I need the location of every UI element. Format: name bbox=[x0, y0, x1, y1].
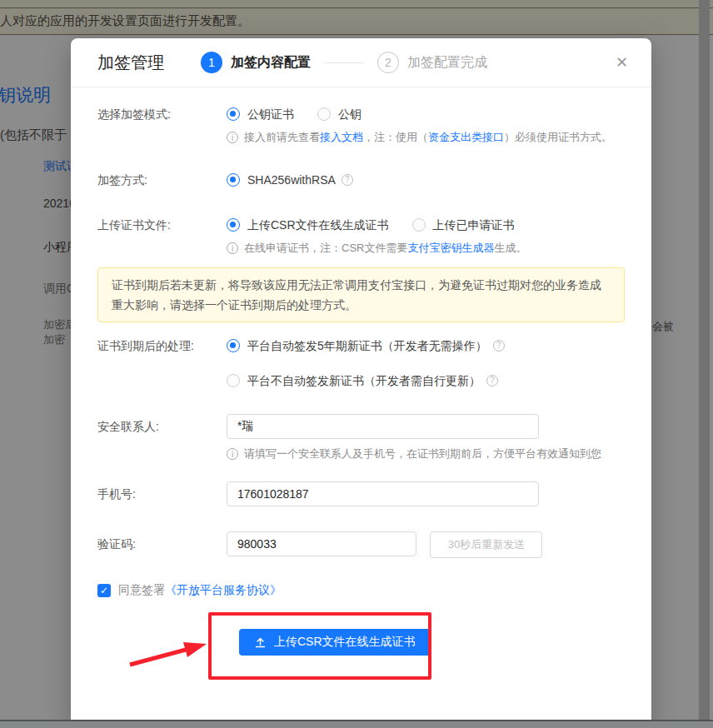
code-input[interactable] bbox=[227, 531, 416, 556]
row-sign-mode: 选择加签模式: 公钥证书 公钥 i 接入前请先查 bbox=[97, 106, 625, 145]
sign-mode-hint: i 接入前请先查看接入文档，注：使用（资金支出类接口）必须使用证书方式。 bbox=[227, 130, 625, 145]
contact-hint: i 请填写一个安全联系人及手机号，在证书到期前后，方便平台有效通知到您 bbox=[227, 446, 625, 461]
code-label: 验证码: bbox=[97, 531, 227, 556]
close-icon[interactable]: ✕ bbox=[616, 55, 628, 70]
key-generator-link[interactable]: 支付宝密钥生成器 bbox=[407, 242, 494, 254]
radio-no-auto-renew-label[interactable]: 平台不自动签发新证书（开发者需自行更新） bbox=[247, 372, 481, 389]
resend-code-button[interactable]: 30秒后重新发送 bbox=[430, 531, 542, 558]
row-expiry-handling: 证书到期后的处理: 平台自动签发5年期新证书（开发者无需操作） ? 平台不自动签… bbox=[97, 337, 625, 389]
agreement-checkbox[interactable]: ✓ bbox=[97, 584, 111, 597]
agreement-link[interactable]: 《开放平台服务协议》 bbox=[165, 583, 282, 598]
radio-public-key-cert[interactable] bbox=[227, 107, 240, 121]
sign-method-label: 加签方式: bbox=[97, 172, 227, 188]
info-icon: i bbox=[227, 448, 238, 460]
row-sign-method: 加签方式: SHA256withRSA ? bbox=[97, 172, 625, 188]
dialog-title: 加签管理 bbox=[97, 52, 164, 74]
phone-input[interactable] bbox=[227, 481, 539, 506]
access-doc-link[interactable]: 接入文档 bbox=[320, 131, 363, 143]
radio-sha256-label[interactable]: SHA256withRSA bbox=[247, 172, 336, 188]
row-phone: 手机号: bbox=[97, 481, 625, 506]
step-indicator: 1 加签内容配置 2 加签配置完成 bbox=[201, 52, 487, 73]
screen: 人对应的应用的开发设置页面进行开发配置。 钥说明 (包括不限于 测试证 2021… bbox=[0, 0, 713, 728]
help-icon[interactable]: ? bbox=[342, 174, 353, 186]
info-icon: i bbox=[227, 242, 238, 254]
warning-box: 证书到期后若未更新，将导致该应用无法正常调用支付宝接口，为避免证书过期对您的业务… bbox=[97, 267, 625, 322]
radio-auto-renew-label[interactable]: 平台自动签发5年期新证书（开发者无需操作） bbox=[247, 337, 487, 354]
row-contact: 安全联系人: i 请填写一个安全联系人及手机号，在证书到期前后，方便平台有效通知… bbox=[97, 414, 625, 461]
radio-upload-existing-cert-label[interactable]: 上传已申请证书 bbox=[433, 217, 515, 233]
annotation-arrow-icon bbox=[127, 636, 214, 671]
radio-public-key-label[interactable]: 公钥 bbox=[338, 106, 361, 122]
row-cert-file: 上传证书文件: 上传CSR文件在线生成证书 上传已申请证书 i bbox=[97, 217, 625, 256]
radio-public-key-cert-label[interactable]: 公钥证书 bbox=[247, 106, 294, 122]
step-1-circle: 1 bbox=[201, 52, 222, 73]
row-code: 验证码: 30秒后重新发送 bbox=[97, 531, 625, 558]
radio-sha256[interactable] bbox=[227, 173, 240, 187]
step-2-circle: 2 bbox=[377, 52, 399, 73]
row-agreement: ✓ 同意签署 《开放平台服务协议》 bbox=[97, 583, 625, 598]
dialog-header: 加签管理 1 加签内容配置 2 加签配置完成 ✕ bbox=[71, 38, 651, 87]
window-bottom-edge bbox=[0, 720, 713, 728]
cert-file-label: 上传证书文件: bbox=[97, 217, 227, 233]
radio-upload-csr-label[interactable]: 上传CSR文件在线生成证书 bbox=[247, 217, 389, 233]
help-icon[interactable]: ? bbox=[493, 340, 505, 352]
contact-input[interactable] bbox=[227, 414, 539, 439]
radio-upload-csr[interactable] bbox=[227, 218, 240, 232]
expiry-label: 证书到期后的处理: bbox=[97, 337, 227, 354]
radio-public-key[interactable] bbox=[317, 107, 331, 121]
step-connector bbox=[324, 62, 364, 63]
contact-label: 安全联系人: bbox=[97, 414, 227, 439]
radio-auto-renew[interactable] bbox=[227, 339, 240, 352]
step-1-label: 加签内容配置 bbox=[231, 54, 311, 72]
agreement-text: 同意签署 bbox=[118, 583, 165, 598]
phone-label: 手机号: bbox=[97, 481, 227, 506]
radio-no-auto-renew[interactable] bbox=[227, 374, 240, 387]
annotation-highlight-box bbox=[208, 612, 431, 680]
info-icon: i bbox=[227, 132, 238, 143]
step-2-label: 加签配置完成 bbox=[407, 54, 487, 72]
sign-mode-label: 选择加签模式: bbox=[97, 106, 227, 122]
dialog-body: 选择加签模式: 公钥证书 公钥 i 接入前请先查 bbox=[71, 87, 651, 656]
cert-file-hint: i 在线申请证书，注：CSR文件需要支付宝密钥生成器生成。 bbox=[227, 241, 625, 256]
help-icon[interactable]: ? bbox=[486, 375, 498, 386]
radio-upload-existing-cert[interactable] bbox=[412, 218, 426, 232]
fund-api-link[interactable]: 资金支出类接口 bbox=[428, 131, 504, 143]
